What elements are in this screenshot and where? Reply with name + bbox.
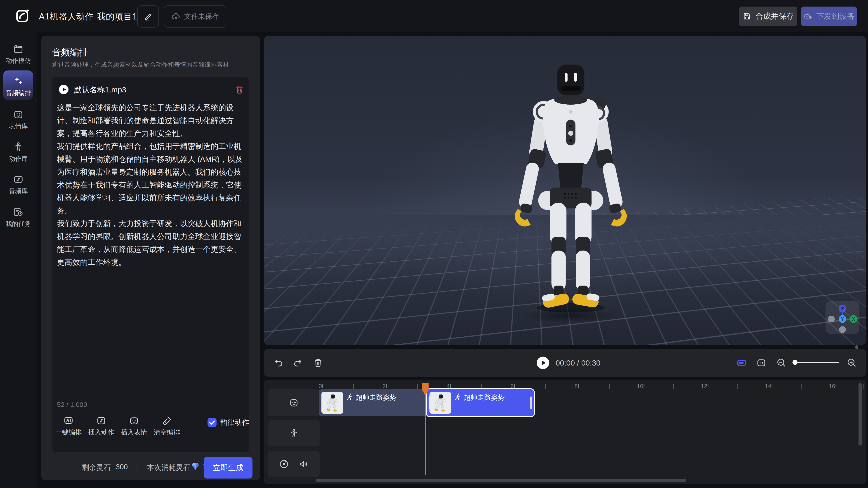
save-status-button[interactable]: 文件未保存	[164, 5, 226, 28]
app-logo-icon	[14, 7, 32, 24]
timeline-clip-selected[interactable]: 超帅走路姿势	[427, 389, 534, 416]
playhead-line[interactable]	[425, 383, 426, 475]
track-header-motion[interactable]	[268, 420, 320, 447]
gizmo-neg-z[interactable]	[839, 326, 846, 333]
save-button-label: 合成并保存	[755, 11, 794, 22]
play-circle-icon	[58, 84, 69, 95]
insert-expression-button[interactable]: 插入表情	[119, 415, 149, 437]
sidebar-item-my-tasks[interactable]: 我的任务	[0, 206, 37, 228]
ruler-label: 16f	[829, 383, 837, 390]
trash-icon	[235, 85, 245, 94]
gem-icon	[190, 461, 200, 471]
gizmo-z-label: Z	[841, 306, 844, 311]
audio-script-card: 默认名称1.mp3 这是一家全球领先的公司专注于先进机器人系统的设计、制造和部署…	[52, 77, 249, 452]
gizmo-neg-x[interactable]	[828, 316, 835, 322]
rhythm-toggle-label: 韵律动作	[220, 418, 249, 427]
insert-motion-button[interactable]: 插入动作	[87, 415, 116, 437]
wink-face-icon	[289, 398, 299, 408]
insert-expression-icon	[129, 415, 139, 426]
deploy-button[interactable]: 下发到设备	[801, 6, 857, 26]
music-library-icon	[13, 174, 24, 185]
audio-play-button[interactable]	[58, 84, 69, 95]
rhythm-motion-toggle[interactable]: 韵律动作	[208, 418, 249, 427]
redo-button[interactable]	[292, 358, 303, 368]
run-pose-icon	[346, 393, 353, 400]
zoom-in-button[interactable]	[846, 358, 857, 368]
robot-face-icon	[13, 109, 24, 120]
char-count: 52 / 1,000	[57, 401, 87, 409]
sidebar-item-audio-lib[interactable]: 音频库	[0, 174, 37, 195]
one-key-arrange-button[interactable]: 一键编排	[54, 415, 83, 437]
ruler-label: 6f	[510, 383, 515, 390]
ai-box-icon	[63, 415, 74, 426]
track-header-audio[interactable]	[268, 451, 320, 477]
speaker-icon	[299, 459, 309, 469]
sidebar-item-audio-arrange[interactable]: 音频编排	[0, 76, 37, 97]
action-label: 插入表情	[121, 428, 147, 437]
script-text[interactable]: 这是一家全球领先的公司专注于先进机器人系统的设计、制造和部署我们的使命是通过智能…	[57, 101, 244, 269]
generate-button-label: 立即生成	[213, 462, 243, 473]
app-root: { "topbar": { "title": "A1机器人动作-我的项目1", …	[0, 0, 868, 488]
sidebar-item-expression-lib[interactable]: 表情库	[0, 109, 37, 131]
ruler-tick	[673, 384, 674, 389]
save-status-label: 文件未保存	[184, 12, 219, 21]
action-label: 一键编排	[55, 428, 82, 437]
ruler-label: 4f	[446, 383, 452, 390]
clip-trim-handle-left[interactable]	[429, 396, 430, 409]
robot-model[interactable]	[506, 62, 635, 314]
action-label: 插入动作	[88, 428, 114, 437]
fit-timeline-button[interactable]	[756, 358, 767, 368]
topbar: A1机器人动作-我的项目1 文件未保存 合成并保存 下发到设备	[0, 0, 868, 32]
axis-gizmo[interactable]: Z Y X	[826, 301, 860, 334]
audio-arrange-panel: 音频编排 通过音频处理，生成音频素材以及融合动作和表情的音频编排素材 默认名称1…	[41, 36, 260, 480]
ruler-label: 10f	[637, 383, 645, 390]
timeline-zoom-slider[interactable]	[795, 362, 839, 363]
ruler-label: 14f	[765, 383, 773, 390]
clip-label: 超帅走路姿势	[464, 393, 504, 402]
3d-viewport[interactable]: Z Y X	[264, 36, 866, 345]
timeline-clip[interactable]: 超帅走路姿势	[319, 389, 426, 416]
script-paragraph: 我们致力于创新，大力投资于研发，以突破人机协作和机器学习的界限。创新机器人公司助…	[57, 217, 244, 269]
save-button[interactable]: 合成并保存	[739, 6, 797, 26]
floppy-save-icon	[742, 12, 751, 21]
ruler-tick	[801, 384, 802, 389]
playback-bar: 00:00 / 00:30	[264, 349, 866, 377]
clip-trim-handle-right[interactable]	[530, 396, 532, 409]
play-button[interactable]	[536, 356, 550, 369]
clip-label: 超帅走路姿势	[356, 393, 397, 402]
audio-item-row: 默认名称1.mp3	[57, 83, 244, 96]
footer-divider: |	[136, 462, 138, 470]
track-header-expression[interactable]	[268, 389, 320, 416]
time-display: 00:00 / 00:30	[556, 359, 600, 367]
cloud-unsaved-icon	[171, 12, 181, 21]
delete-audio-button[interactable]	[235, 85, 245, 94]
auto-snap-toggle[interactable]	[737, 358, 747, 368]
page-scrollbar-thumb[interactable]	[855, 345, 858, 349]
cost-stones-label: 本次消耗灵石	[147, 463, 190, 473]
zoom-out-button[interactable]	[776, 358, 786, 368]
clip-thumbnail	[430, 392, 451, 414]
clear-arrange-button[interactable]: 清空编排	[152, 415, 182, 437]
remaining-stones-value: 300	[116, 463, 128, 471]
sidebar-item-motion-lib[interactable]: 动作库	[0, 141, 37, 163]
undo-button[interactable]	[274, 358, 284, 368]
rename-button[interactable]	[137, 5, 159, 28]
sidebar-item-label: 表情库	[9, 122, 28, 131]
generate-button[interactable]: 立即生成	[204, 457, 252, 479]
timeline-vertical-scrollbar[interactable]	[859, 383, 862, 446]
checkbox-checked-icon[interactable]	[208, 418, 217, 427]
sidebar-item-motion-mimic[interactable]: 动作模仿	[0, 43, 37, 65]
ruler-tick	[609, 384, 610, 389]
clapperboard-icon	[13, 43, 24, 54]
timeline-horizontal-scrollbar[interactable]	[315, 479, 686, 482]
panel-footer: 剩余灵石 300 | 本次消耗灵石 10 立即生成	[41, 453, 260, 481]
run-pose-icon	[454, 393, 461, 400]
timeline-zoom-slider-knob[interactable]	[793, 360, 798, 365]
person-icon	[13, 141, 24, 152]
sidebar-item-label: 音频编排	[6, 89, 31, 97]
delete-clip-button[interactable]	[313, 358, 323, 368]
script-paragraph: 我们提供样化的产品组合，包括用于精密制造的工业机械臂、用于物流和仓储的自主移动机…	[57, 140, 244, 217]
action-label: 清空编排	[154, 428, 180, 437]
gizmo-y-label: Y	[841, 317, 844, 322]
panel-subtitle: 通过音频处理，生成音频素材以及融合动作和表情的音频编排素材	[52, 61, 229, 69]
